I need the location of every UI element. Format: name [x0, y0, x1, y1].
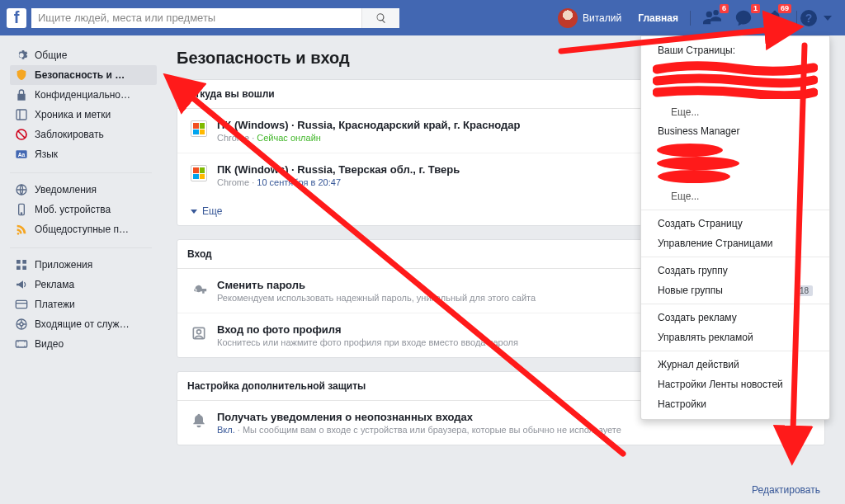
- edit-link[interactable]: Редактировать: [752, 484, 820, 496]
- dd-feed-settings[interactable]: Настройки Ленты новостей: [641, 374, 829, 394]
- dd-new-groups[interactable]: Новые группы 18: [641, 280, 829, 300]
- svg-line-3: [18, 131, 25, 138]
- sidebar-item-shield[interactable]: Безопасность и …: [10, 65, 157, 85]
- svg-point-24: [24, 341, 25, 342]
- settings-sidebar: ОбщиеБезопасность и …Конфиденциально…Хро…: [0, 35, 157, 459]
- search-wrap: [31, 8, 399, 28]
- notifications-badge: 69: [778, 4, 791, 13]
- friend-requests-icon[interactable]: 6: [702, 8, 722, 28]
- sidebar-item-rss[interactable]: Общедоступные п…: [10, 219, 157, 239]
- search-icon: [375, 12, 387, 24]
- user-name: Виталий: [583, 12, 621, 24]
- sidebar-item-block[interactable]: Заблокировать: [10, 125, 157, 144]
- messages-badge: 1: [751, 4, 760, 13]
- chevron-down-icon: [191, 210, 197, 214]
- globe-icon: [15, 183, 28, 196]
- rss-icon: [15, 223, 28, 236]
- notifications-icon[interactable]: 69: [765, 8, 785, 28]
- sidebar-item-support[interactable]: Входящие от служ…: [10, 314, 157, 334]
- shield-icon: [15, 68, 28, 82]
- svg-rect-12: [22, 266, 26, 270]
- profile-link[interactable]: Виталий: [550, 8, 630, 28]
- sidebar-item-apps[interactable]: Приложения: [10, 255, 157, 275]
- card-icon: [15, 298, 28, 311]
- lock-icon: [15, 88, 28, 101]
- redacted-pages: [653, 61, 818, 99]
- dd-more-pages[interactable]: Еще...: [641, 102, 829, 122]
- sidebar-item-card[interactable]: Платежи: [10, 294, 157, 314]
- lang-icon: Aa: [15, 148, 28, 161]
- dd-bm-label: Business Manager: [641, 122, 829, 142]
- windows-icon: [191, 119, 207, 137]
- svg-point-29: [657, 157, 739, 170]
- dd-create-group[interactable]: Создать группу: [641, 261, 829, 280]
- bell-icon: [191, 411, 207, 429]
- search-button[interactable]: [361, 8, 399, 28]
- sidebar-item-gear[interactable]: Общие: [10, 45, 157, 65]
- dd-create-ad[interactable]: Создать рекламу: [641, 308, 829, 327]
- svg-point-8: [21, 213, 21, 214]
- svg-rect-10: [22, 260, 26, 264]
- svg-point-22: [17, 341, 18, 342]
- sidebar-item-mobile[interactable]: Моб. устройства: [10, 200, 157, 219]
- timeline-icon: [15, 108, 28, 121]
- dd-settings[interactable]: Настройки: [641, 394, 829, 414]
- svg-rect-21: [16, 341, 26, 347]
- svg-text:Aa: Aa: [18, 152, 26, 158]
- svg-point-28: [657, 144, 723, 157]
- svg-point-25: [24, 346, 25, 346]
- dd-pages-label: Ваши Страницы:: [641, 41, 829, 61]
- sidebar-item-ads[interactable]: Реклама: [10, 275, 157, 294]
- help-icon[interactable]: ?: [800, 10, 817, 26]
- dd-more-bm[interactable]: Еще...: [641, 186, 829, 206]
- gear-icon: [15, 49, 28, 62]
- friends-badge: 6: [720, 4, 729, 13]
- dd-manage-pages[interactable]: Управление Страницами: [641, 233, 829, 253]
- svg-rect-11: [17, 266, 21, 270]
- svg-rect-9: [17, 260, 21, 264]
- mobile-icon: [15, 203, 28, 216]
- account-menu-caret-icon[interactable]: [824, 16, 832, 21]
- svg-point-23: [17, 346, 18, 346]
- svg-point-27: [197, 330, 201, 334]
- dd-new-groups-badge: 18: [795, 285, 813, 296]
- sidebar-item-globe[interactable]: Уведомления: [10, 180, 157, 200]
- redacted-bm: [653, 142, 818, 183]
- dd-create-page[interactable]: Создать Страницу: [641, 214, 829, 233]
- sidebar-item-video[interactable]: Видео: [10, 334, 157, 354]
- windows-icon: [191, 163, 207, 181]
- sidebar-item-lock[interactable]: Конфиденциально…: [10, 85, 157, 105]
- home-link[interactable]: Главная: [630, 12, 687, 24]
- sidebar-item-timeline[interactable]: Хроника и метки: [10, 105, 157, 125]
- dd-activity-log[interactable]: Журнал действий: [641, 355, 829, 374]
- svg-rect-13: [16, 300, 26, 308]
- svg-point-16: [20, 323, 23, 326]
- topbar: f Виталий Главная 6 1 69 ?: [0, 0, 845, 35]
- sidebar-item-lang[interactable]: AaЯзык: [10, 144, 157, 164]
- account-dropdown: Ваши Страницы: Еще... Business Manager Е…: [640, 35, 830, 420]
- nav-icons: 6 1 69: [702, 8, 785, 28]
- key-icon: [191, 279, 207, 297]
- facebook-logo[interactable]: f: [7, 8, 26, 28]
- dd-manage-ads[interactable]: Управлять рекламой: [641, 327, 829, 347]
- svg-rect-0: [17, 110, 26, 120]
- messages-icon[interactable]: 1: [734, 8, 753, 28]
- block-icon: [15, 128, 28, 141]
- ads-icon: [15, 278, 28, 291]
- profile-photo-icon: [191, 323, 207, 341]
- video-icon: [15, 337, 28, 351]
- apps-icon: [15, 258, 28, 271]
- search-input[interactable]: [31, 8, 361, 28]
- svg-point-30: [658, 170, 730, 183]
- support-icon: [15, 318, 28, 331]
- avatar: [558, 8, 578, 28]
